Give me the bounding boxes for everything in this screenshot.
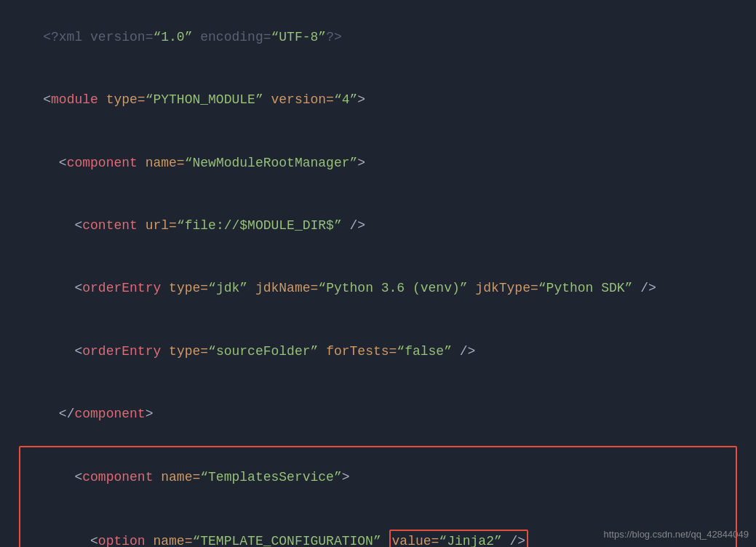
code-editor: <?xml version=“1.0” encoding=“UTF-8”?> <… xyxy=(0,0,756,547)
inner-red-box: value=“Jinja2” /> xyxy=(389,530,529,547)
line-1: <?xml version=“1.0” encoding=“UTF-8”?> xyxy=(12,6,744,68)
line-3: <component name=“NewModuleRootManager”> xyxy=(12,132,744,194)
line-4: <content url=“file://$MODULE_DIR$” /> xyxy=(12,194,744,257)
attr-val: “1.0” xyxy=(153,30,192,44)
watermark: https://blog.csdn.net/qq_42844049 xyxy=(604,529,749,540)
line-7: </component> xyxy=(12,383,744,445)
attr-val2: “UTF-8” xyxy=(271,30,327,44)
line-2: <module type=“PYTHON_MODULE” version=“4”… xyxy=(12,68,744,131)
line-5: <orderEntry type=“jdk” jdkName=“Python 3… xyxy=(12,257,744,320)
xml-decl2: encoding= xyxy=(192,30,271,44)
line-8: <component name=“TemplatesService”> xyxy=(12,446,744,508)
xml-decl3: ?> xyxy=(326,30,342,44)
line-6: <orderEntry type=“sourceFolder” forTests… xyxy=(12,320,744,383)
line-9: <option name=“TEMPLATE_CONFIGURATION” va… xyxy=(12,508,744,547)
xml-decl: <?xml version= xyxy=(43,30,153,44)
